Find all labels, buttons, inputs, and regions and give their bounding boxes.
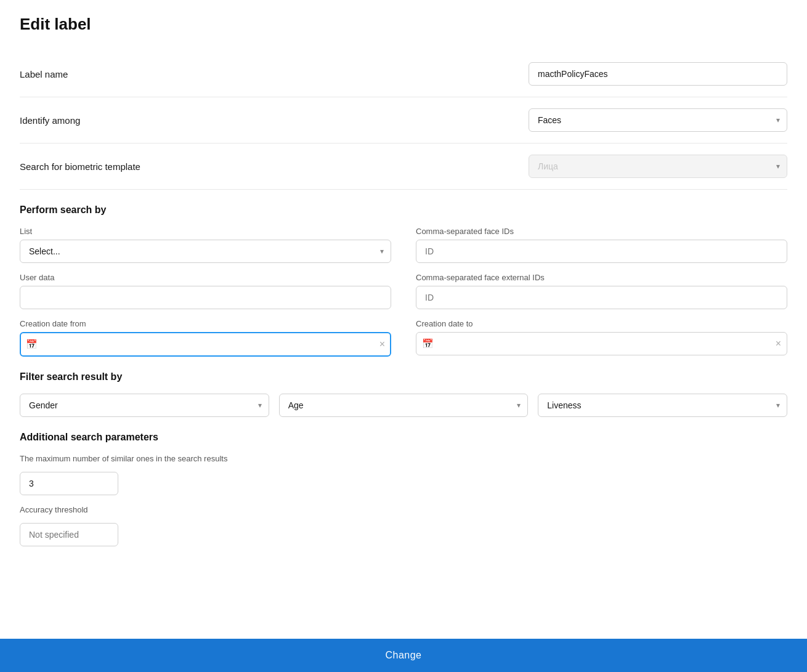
bottom-bar: Change [0, 639, 807, 672]
filter-grid: Gender Male Female ▾ Age ▾ Liveness ▾ [20, 394, 787, 417]
calendar-from-icon: 📅 [26, 339, 38, 350]
creation-date-from-input[interactable] [20, 332, 391, 357]
label-name-control [529, 62, 787, 86]
filter-section: Filter search result by Gender Male Fema… [20, 371, 787, 417]
creation-date-to-field-group: Creation date to 📅 × [416, 319, 787, 357]
liveness-select-wrapper: Liveness ▾ [538, 394, 787, 417]
biometric-template-control: Лица ▾ [529, 155, 787, 178]
face-external-ids-input[interactable] [416, 286, 787, 309]
creation-date-to-wrapper: 📅 × [416, 332, 787, 355]
face-external-ids-field-group: Comma-separated face external IDs [416, 273, 787, 309]
identify-among-select-wrapper: Faces Bodies ▾ [529, 108, 787, 132]
creation-date-from-wrapper: 📅 × [20, 332, 391, 357]
biometric-template-row: Search for biometric template Лица ▾ [20, 144, 787, 190]
identify-among-control: Faces Bodies ▾ [529, 108, 787, 132]
max-similar-input[interactable] [20, 472, 118, 495]
face-ids-input[interactable] [416, 240, 787, 263]
creation-date-from-label: Creation date from [20, 319, 391, 328]
biometric-template-label: Search for biometric template [20, 161, 155, 172]
search-by-grid: List Select... ▾ Comma-separated face ID… [20, 227, 787, 357]
perform-search-section: Perform search by List Select... ▾ Comma… [20, 204, 787, 357]
gender-select-wrapper: Gender Male Female ▾ [20, 394, 269, 417]
age-select-wrapper: Age ▾ [279, 394, 529, 417]
label-name-input[interactable] [529, 62, 787, 86]
face-external-ids-label: Comma-separated face external IDs [416, 273, 787, 282]
gender-select[interactable]: Gender Male Female [20, 394, 269, 417]
age-select[interactable]: Age [279, 394, 529, 417]
creation-date-from-field-group: Creation date from 📅 × [20, 319, 391, 357]
biometric-template-select[interactable]: Лица [529, 155, 787, 178]
biometric-template-select-wrapper: Лица ▾ [529, 155, 787, 178]
list-label: List [20, 227, 391, 236]
list-field-group: List Select... ▾ [20, 227, 391, 263]
accuracy-field-group: Accuracy threshold [20, 505, 787, 546]
face-ids-field-group: Comma-separated face IDs [416, 227, 787, 263]
accuracy-label: Accuracy threshold [20, 505, 787, 514]
label-name-row: Label name [20, 51, 787, 97]
user-data-field-group: User data [20, 273, 391, 309]
user-data-label: User data [20, 273, 391, 282]
list-select-wrapper: Select... ▾ [20, 240, 391, 263]
perform-search-title: Perform search by [20, 204, 787, 216]
filter-section-title: Filter search result by [20, 371, 787, 383]
additional-params-section: Additional search parameters The maximum… [20, 432, 787, 546]
liveness-select[interactable]: Liveness [538, 394, 787, 417]
creation-date-to-input[interactable] [416, 332, 787, 355]
creation-date-to-clear-button[interactable]: × [776, 338, 781, 349]
identify-among-label: Identify among [20, 115, 155, 126]
max-similar-field-group: The maximum number of similar ones in th… [20, 454, 787, 495]
creation-date-to-label: Creation date to [416, 319, 787, 328]
face-ids-label: Comma-separated face IDs [416, 227, 787, 236]
max-similar-label: The maximum number of similar ones in th… [20, 454, 787, 463]
identify-among-select[interactable]: Faces Bodies [529, 108, 787, 132]
label-name-label: Label name [20, 69, 155, 79]
identify-among-row: Identify among Faces Bodies ▾ [20, 97, 787, 144]
additional-params-title: Additional search parameters [20, 432, 787, 443]
creation-date-from-clear-button[interactable]: × [379, 339, 385, 350]
list-select[interactable]: Select... [20, 240, 391, 263]
calendar-to-icon: 📅 [422, 338, 434, 349]
accuracy-threshold-input[interactable] [20, 523, 118, 546]
user-data-input[interactable] [20, 286, 391, 309]
change-button[interactable]: Change [0, 639, 807, 672]
page-title: Edit label [20, 15, 787, 34]
